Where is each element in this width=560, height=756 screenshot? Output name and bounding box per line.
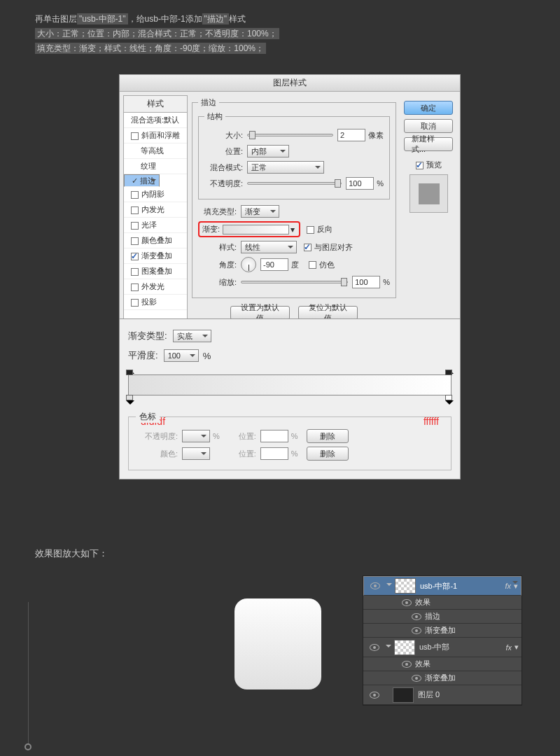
result-caption: 效果图放大如下： xyxy=(35,547,108,560)
visibility-icon[interactable] xyxy=(370,644,379,651)
layer-row[interactable]: usb-中部 fx ▾ xyxy=(363,638,522,657)
gradient-editor: 渐变类型: 实底 平滑度: 100 % dfdfdf ffffff 色标 不透明… xyxy=(119,318,461,479)
gradient-bar[interactable] xyxy=(128,374,451,396)
delete-opacity-stop-button[interactable]: 删除 xyxy=(307,429,349,443)
style-item[interactable]: 外发光 xyxy=(124,279,187,295)
preview-thumbnail xyxy=(410,174,448,213)
layer-thumbnail xyxy=(395,578,416,594)
style-item[interactable]: 投影 xyxy=(124,295,187,310)
stop-opacity-input[interactable] xyxy=(182,430,210,442)
visibility-icon[interactable] xyxy=(402,599,412,606)
style-item[interactable]: 斜面和浮雕 xyxy=(124,128,187,144)
style-item[interactable]: 渐变叠加 xyxy=(124,248,187,264)
stop-color-position-input[interactable] xyxy=(260,447,288,460)
style-item[interactable]: ✓ 描边 xyxy=(124,174,160,187)
visibility-icon[interactable] xyxy=(370,692,379,699)
style-item[interactable]: 等高线 xyxy=(124,144,187,159)
delete-color-stop-button[interactable]: 删除 xyxy=(307,447,349,461)
smoothness-input[interactable]: 100 xyxy=(164,349,199,362)
new-style-button[interactable]: 新建样式... xyxy=(404,137,453,151)
gradient-type-select[interactable]: 实底 xyxy=(173,330,211,342)
layer-effects-row[interactable]: 效果 xyxy=(363,657,522,671)
cancel-button[interactable]: 取消 xyxy=(404,119,453,133)
layers-panel: usb-中部-1 fx ▾ 效果 描边 渐变叠加 usb-中部 fx ▾ 效果 … xyxy=(363,575,522,706)
size-slider[interactable] xyxy=(247,134,333,136)
timeline-line xyxy=(28,602,29,746)
style-item[interactable]: 颜色叠加 xyxy=(124,233,187,248)
style-item[interactable]: 纹理 xyxy=(124,159,187,174)
timeline-dot xyxy=(24,743,31,750)
style-select[interactable]: 线性 xyxy=(241,241,297,253)
gradient-preview[interactable] xyxy=(223,225,289,234)
expand-icon[interactable] xyxy=(386,645,391,650)
visibility-icon[interactable] xyxy=(412,675,421,682)
visibility-icon[interactable] xyxy=(402,661,412,668)
position-select[interactable]: 内部 xyxy=(247,145,289,158)
angle-dial[interactable] xyxy=(241,257,256,272)
visibility-icon[interactable] xyxy=(412,613,421,620)
scale-input[interactable] xyxy=(352,276,380,288)
layer-gradient-row[interactable]: 渐变叠加 xyxy=(363,624,522,638)
align-checkbox[interactable] xyxy=(304,244,312,251)
layer-row[interactable]: usb-中部-1 fx ▾ xyxy=(363,576,522,596)
fill-type-select[interactable]: 渐变 xyxy=(241,205,279,218)
reset-default-button[interactable]: 复位为默认值 xyxy=(298,306,358,320)
opacity-slider[interactable] xyxy=(247,182,342,185)
size-input[interactable] xyxy=(337,129,365,141)
layer-thumbnail xyxy=(394,640,415,655)
visibility-icon[interactable] xyxy=(412,627,421,634)
layer-style-dialog: 图层样式 样式 混合选项:默认 斜面和浮雕等高线纹理✓ 描边内阴影内发光光泽颜色… xyxy=(119,74,461,329)
blend-options[interactable]: 混合选项:默认 xyxy=(124,113,187,128)
color-stop-left[interactable] xyxy=(126,396,134,405)
opacity-stop-right[interactable] xyxy=(445,365,454,374)
dither-checkbox[interactable] xyxy=(309,261,316,269)
blend-mode-select[interactable]: 正常 xyxy=(247,161,324,174)
visibility-icon[interactable] xyxy=(370,582,380,589)
instruction-block: 再单击图层"usb-中部-1"，给usb-中部-1添加"描边"样式 大小：正常；… xyxy=(0,0,560,64)
layer-row[interactable]: 图层 0 xyxy=(363,685,522,705)
stop-color-input[interactable] xyxy=(182,447,210,460)
dialog-title: 图层样式 xyxy=(120,75,460,92)
layer-gradient-row[interactable]: 渐变叠加 xyxy=(363,671,522,685)
layer-stroke-row[interactable]: 描边 xyxy=(363,610,522,624)
stop-position-input[interactable] xyxy=(260,430,288,442)
preview-checkbox[interactable] xyxy=(416,162,424,169)
opacity-input[interactable] xyxy=(346,177,374,190)
style-item[interactable]: 内阴影 xyxy=(124,187,187,202)
scale-slider[interactable] xyxy=(241,281,348,284)
style-list: 样式 混合选项:默认 斜面和浮雕等高线纹理✓ 描边内阴影内发光光泽颜色叠加渐变叠… xyxy=(123,95,188,325)
style-item[interactable]: 内发光 xyxy=(124,202,187,218)
ok-button[interactable]: 确定 xyxy=(404,101,453,115)
make-default-button[interactable]: 设置为默认值 xyxy=(230,306,290,320)
style-item[interactable]: 图案叠加 xyxy=(124,264,187,279)
color-stop-right[interactable] xyxy=(445,396,454,405)
style-item[interactable]: 光泽 xyxy=(124,218,187,233)
angle-input[interactable] xyxy=(260,258,288,271)
expand-icon[interactable] xyxy=(386,583,392,589)
result-preview xyxy=(234,598,321,690)
layer-thumbnail xyxy=(393,687,414,703)
opacity-stop-left[interactable] xyxy=(126,365,134,374)
layer-effects-row[interactable]: 效果 xyxy=(363,596,522,610)
reverse-checkbox[interactable] xyxy=(307,226,314,234)
